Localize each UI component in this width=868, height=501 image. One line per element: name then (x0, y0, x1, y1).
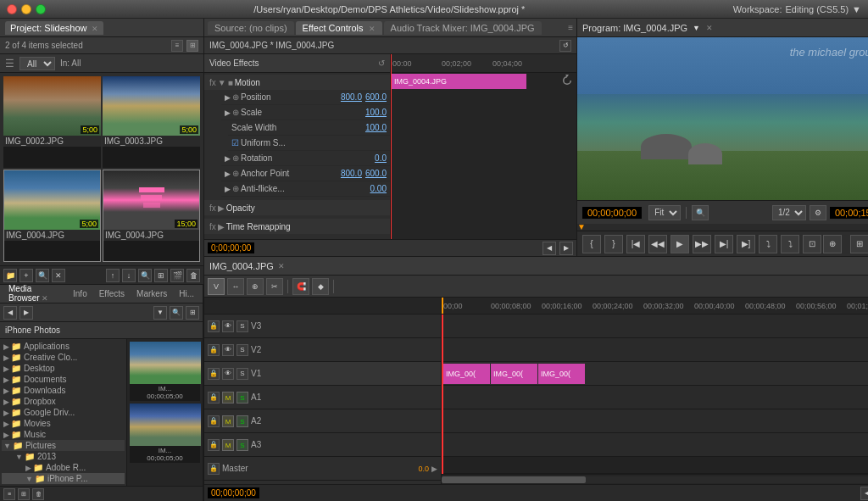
up-arrow-btn[interactable]: ↑ (106, 269, 120, 282)
find-btn[interactable]: 🔍 (36, 269, 49, 282)
uniform-scale-check[interactable]: ☑ (231, 138, 239, 148)
selection-tool-btn[interactable]: V (208, 278, 225, 295)
rewind-btn[interactable]: ◀◀ (648, 235, 667, 253)
track-a3-m-btn[interactable]: M (222, 439, 234, 451)
seq-track-a1[interactable] (442, 386, 868, 409)
search-btn[interactable]: 🔍 (138, 269, 152, 282)
seq-track-v3[interactable] (442, 315, 868, 338)
tree-item-2013[interactable]: ▼ 📁 2013 (2, 451, 125, 462)
program-tab-close[interactable]: ✕ (706, 24, 713, 32)
tree-item-googledrive[interactable]: ▶ 📁 Google Driv... (2, 407, 125, 418)
mb-search-btn[interactable]: 🔍 (170, 306, 183, 320)
track-v1-eye-btn[interactable]: 👁 (222, 368, 234, 380)
play-btn[interactable]: ▶ (670, 235, 689, 253)
position-y-value[interactable]: 600.0 (365, 92, 387, 102)
ec-reset-btn[interactable]: ↺ (559, 40, 571, 52)
seq-track-v1[interactable]: IMG_00( IMG_00( IMG_00( (442, 362, 868, 386)
seq-track-a3[interactable] (442, 433, 868, 457)
markers-tab[interactable]: Markers (131, 287, 172, 300)
scale-value[interactable]: 100.0 (365, 108, 387, 117)
overwrite-btn[interactable]: ⤵ (781, 235, 799, 253)
tree-item-adobe[interactable]: ▶ 📁 Adobe R... (2, 462, 125, 473)
seq-clip-2[interactable]: IMG_00( (491, 364, 537, 384)
tree-item-documents[interactable]: ▶ 📁 Documents (2, 374, 125, 385)
tree-item-applications[interactable]: ▶ 📁 Applications (2, 341, 125, 352)
master-volume-value[interactable]: 0.0 (418, 465, 429, 473)
program-settings-btn[interactable]: ⚙ (810, 205, 826, 220)
seq-tab-close[interactable]: ✕ (278, 262, 285, 270)
down-arrow-btn[interactable]: ↓ (122, 269, 136, 282)
effects-tab[interactable]: Effects (94, 287, 130, 300)
track-a2-m-btn[interactable]: M (222, 415, 234, 427)
program-tab-dropdown-icon[interactable]: ▼ (693, 24, 700, 32)
project-item-2[interactable]: 5;00 IMG_0003.JPG (103, 76, 200, 168)
info-tab[interactable]: Info (68, 287, 92, 300)
program-progress-area[interactable]: ▼ (577, 224, 868, 231)
project-list-view-btn[interactable]: ≡ (171, 40, 183, 52)
maximize-button[interactable] (36, 4, 46, 14)
track-a2-lock-btn[interactable]: 🔒 (208, 415, 220, 427)
anchor-point-row[interactable]: ▶ ⊕ Anchor Point 800.0 600.0 (221, 166, 390, 181)
mb-bottom-list-btn[interactable]: ≡ (3, 488, 15, 500)
tree-item-creative[interactable]: ▶ 📁 Creative Clo... (2, 352, 125, 363)
effect-controls-tab-close[interactable]: ✕ (369, 25, 376, 33)
media-browser-tab-close[interactable]: ✕ (42, 294, 48, 303)
track-v1-lock-btn[interactable]: 🔒 (208, 368, 220, 380)
scale-row[interactable]: ▶ ⊕ Scale 100.0 (221, 105, 390, 120)
seq-track-a2[interactable] (442, 409, 868, 433)
seq-clip-3[interactable]: IMG_00( (538, 364, 585, 384)
sequence-tab[interactable]: IMG_0004.JPG ✕ (209, 261, 285, 271)
track-a2-s-btn[interactable]: S (236, 415, 248, 427)
anti-flicker-value[interactable]: 0.00 (370, 184, 387, 193)
project-in-filter[interactable]: All (19, 57, 55, 70)
workspace-selector[interactable]: Workspace: Editing (CS5.5) ▼ (733, 4, 861, 14)
project-tab[interactable]: Project: Slideshow ✕ (5, 21, 103, 35)
mb-bottom-del-btn[interactable]: 🗑 (32, 488, 44, 500)
scale-width-value[interactable]: 100.0 (365, 123, 387, 132)
mb-bottom-icon-btn[interactable]: ⊞ (18, 488, 30, 500)
source-tab[interactable]: Source: (no clips) (208, 21, 294, 35)
close-button[interactable] (7, 4, 17, 14)
track-v3-eye-btn[interactable]: 👁 (222, 320, 234, 332)
track-v2-eye-btn[interactable]: 👁 (222, 344, 234, 356)
position-row[interactable]: ▶ ⊕ Position 800.0 600.0 (221, 90, 390, 105)
tree-item-iphone[interactable]: ▼ 📁 iPhone P... (2, 473, 125, 484)
tree-item-music[interactable]: ▶ 📁 Music (2, 429, 125, 440)
media-thumb-1[interactable]: IM... 00;00;05;00 (130, 342, 200, 401)
seq-nav-back-btn[interactable]: ◀ (860, 487, 868, 500)
mb-view-btn[interactable]: ⊞ (186, 306, 199, 320)
track-a3-lock-btn[interactable]: 🔒 (208, 439, 220, 451)
mb-back-btn[interactable]: ◀ (3, 306, 17, 320)
sequence-time-display[interactable]: 00;00;00;00 (208, 487, 259, 498)
media-thumb-2[interactable]: IM... 00;00;05;00 (130, 404, 200, 463)
tree-item-dropbox[interactable]: ▶ 📁 Dropbox (2, 396, 125, 407)
new-item-btn[interactable]: + (19, 269, 33, 282)
pm-extra-btn-1[interactable]: ⊞ (850, 235, 868, 253)
media-browser-tab[interactable]: Media Browser ✕ (3, 282, 66, 305)
track-v3-lock-btn[interactable]: 🔒 (208, 320, 220, 332)
ec-clip-bar[interactable]: IMG_0004.JPG (391, 74, 526, 89)
anchor-y-value[interactable]: 600.0 (365, 169, 387, 178)
ec-nav-left-btn[interactable]: ◀ (542, 242, 556, 255)
track-v3-sync-btn[interactable]: S (236, 320, 248, 332)
program-timecode-left[interactable]: 00;00;00;00 (582, 207, 642, 219)
clear-btn[interactable]: ✕ (52, 269, 65, 282)
output-btn[interactable]: ⊕ (823, 235, 842, 253)
sequence-time-ruler[interactable]: 00;00 00;00;08;00 00;00;16;00 00;00;24;0… (442, 298, 868, 315)
anchor-x-value[interactable]: 800.0 (341, 169, 362, 178)
seq-track-master[interactable] (442, 457, 868, 474)
project-icon-view-btn[interactable]: ⊞ (186, 40, 198, 52)
razor-tool-btn[interactable]: ✂ (266, 278, 283, 295)
effect-controls-menu-btn[interactable]: ≡ (568, 23, 573, 32)
project-item-1[interactable]: 5;00 IMG_0002.JPG (3, 76, 101, 168)
workspace-dropdown-icon[interactable]: ▼ (852, 4, 861, 14)
mb-fwd-btn[interactable]: ▶ (19, 306, 33, 320)
tree-item-movies[interactable]: ▶ 📁 Movies (2, 418, 125, 429)
ec-reset-effect-btn[interactable] (561, 75, 573, 88)
track-v2-sync-btn[interactable]: S (236, 344, 248, 356)
anti-flicker-row[interactable]: ▶ ⊕ Anti-flicke... 0.00 (221, 181, 390, 197)
snap-btn[interactable]: 🧲 (292, 278, 309, 295)
safe-title-btn[interactable]: ⊡ (803, 235, 821, 253)
add-marker-btn[interactable]: { (582, 235, 601, 253)
time-remapping-section-title[interactable]: fx ▶ Time Remapping (204, 219, 390, 234)
